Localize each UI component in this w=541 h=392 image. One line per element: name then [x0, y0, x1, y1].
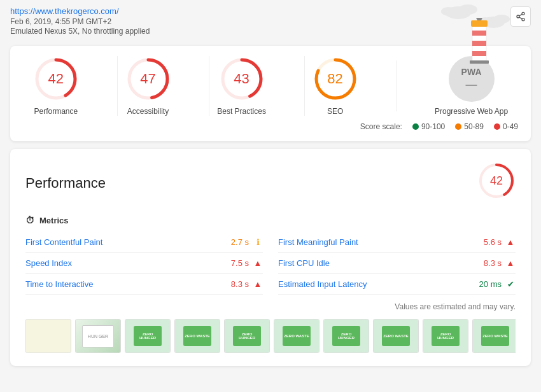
ok-icon-eil: ✔	[505, 279, 516, 289]
score-circle-accessibility: 47	[125, 56, 171, 102]
score-circle-seo: 82	[313, 56, 358, 102]
perf-score-circle: 42	[477, 162, 516, 200]
svg-point-2	[441, 7, 456, 16]
warn-icon-fmp: ▲	[505, 237, 516, 247]
metric-eil: Estimated Input Latency 20 ms ✔	[278, 274, 516, 295]
scale-dot-red	[494, 123, 500, 130]
score-best-practices[interactable]: 43 Best Practices	[209, 56, 274, 116]
info-icon: ℹ	[253, 237, 263, 247]
metric-speed-value: 7.5 s	[231, 258, 249, 268]
svg-point-1	[458, 4, 477, 15]
score-circle-performance: 42	[33, 56, 79, 102]
metrics-right-col: First Meaningful Paint 5.6 s ▲ First CPU…	[270, 232, 516, 295]
scale-orange-label: 50-89	[464, 122, 484, 131]
score-value-performance: 42	[48, 71, 64, 87]
scale-row: Score scale: 90-100 50-89 0-49	[10, 116, 531, 134]
metric-fci-name[interactable]: First CPU Idle	[278, 258, 484, 268]
metric-fmp: First Meaningful Paint 5.6 s ▲	[278, 232, 516, 253]
performance-title: Performance	[25, 175, 106, 192]
estimated-note: Values are estimated and may vary.	[25, 302, 516, 311]
performance-header: Performance 42	[25, 162, 516, 205]
svg-line-17	[519, 14, 523, 16]
timer-icon: ⏱	[25, 215, 34, 225]
svg-rect-12	[470, 60, 489, 64]
score-label-best-practices: Best Practices	[217, 107, 266, 116]
score-label-seo: SEO	[327, 107, 343, 116]
warn-icon-tti: ▲	[253, 279, 263, 289]
scores-divider	[396, 60, 397, 111]
thumb-3: ZERO HUNGER	[125, 319, 171, 353]
metrics-left-col: First Contentful Paint 2.7 s ℹ Speed Ind…	[25, 232, 270, 295]
scale-green: 90-100	[412, 122, 445, 131]
metric-fcp-name[interactable]: First Contentful Paint	[25, 237, 231, 247]
svg-rect-7	[472, 31, 486, 36]
score-circle-best-practices: 43	[219, 56, 265, 102]
lighthouse-illustration	[439, 0, 503, 64]
svg-rect-9	[472, 51, 486, 56]
metric-speed-name[interactable]: Speed Index	[25, 258, 231, 268]
warn-icon-fci: ▲	[505, 258, 516, 268]
score-accessibility[interactable]: 47 Accessibility	[117, 56, 179, 116]
thumb-1	[25, 319, 71, 353]
metrics-header: ⏱ Metrics	[25, 215, 516, 225]
thumb-7: ZERO HUNGER	[323, 319, 369, 353]
scale-dot-orange	[455, 123, 461, 130]
scale-red-label: 0-49	[503, 122, 518, 131]
score-value-accessibility: 47	[140, 71, 155, 87]
svg-rect-8	[472, 41, 486, 46]
svg-line-16	[519, 17, 523, 19]
metric-fcp: First Contentful Paint 2.7 s ℹ	[25, 232, 263, 253]
site-url[interactable]: https://www.thekrogerco.com/	[10, 6, 119, 16]
score-value-seo: 82	[327, 71, 342, 87]
metric-fci: First CPU Idle 8.3 s ▲	[278, 253, 516, 274]
score-performance[interactable]: 42 Performance	[25, 56, 87, 116]
scale-red: 0-49	[494, 122, 518, 131]
metrics-grid: First Contentful Paint 2.7 s ℹ Speed Ind…	[25, 232, 516, 295]
scale-dot-green	[412, 123, 419, 130]
thumb-6: ZERO WASTE	[274, 319, 320, 353]
metric-eil-value: 20 ms	[479, 279, 502, 289]
score-seo[interactable]: 82 SEO	[304, 56, 366, 116]
score-value-best-practices: 43	[234, 71, 249, 87]
svg-point-15	[522, 18, 524, 21]
metrics-title: Metrics	[39, 216, 69, 225]
score-label-pwa: Progressive Web App	[435, 107, 508, 116]
svg-point-4	[493, 15, 510, 24]
header: https://www.thekrogerco.com/ Feb 6, 2019…	[0, 0, 541, 41]
metric-eil-name[interactable]: Estimated Input Latency	[278, 279, 479, 289]
scale-green-label: 90-100	[421, 122, 445, 131]
metric-fcp-value: 2.7 s	[231, 237, 249, 247]
metric-fmp-name[interactable]: First Meaningful Paint	[278, 237, 484, 247]
scale-label: Score scale:	[360, 122, 402, 131]
score-label-accessibility: Accessibility	[127, 107, 169, 116]
thumb-5: ZERO HUNGER	[224, 319, 270, 353]
scale-orange: 50-89	[455, 122, 484, 131]
metric-speed-index: Speed Index 7.5 s ▲	[25, 253, 263, 274]
metrics-section: ⏱ Metrics First Contentful Paint 2.7 s ℹ…	[25, 215, 516, 295]
metric-fci-value: 8.3 s	[484, 258, 502, 268]
metric-tti-name[interactable]: Time to Interactive	[25, 279, 231, 289]
thumb-4: ZERO WASTE	[174, 319, 220, 353]
thumb-8: ZERO WASTE	[373, 319, 419, 353]
svg-point-14	[517, 15, 519, 18]
performance-section: Performance 42 ⏱ Metrics First Contentfu…	[10, 149, 531, 366]
svg-point-13	[522, 12, 524, 15]
score-label-performance: Performance	[34, 107, 78, 116]
thumb-2: HUN GER	[75, 319, 121, 353]
metric-tti-value: 8.3 s	[231, 279, 249, 289]
share-button[interactable]	[510, 6, 531, 27]
metric-fmp-value: 5.6 s	[484, 237, 502, 247]
thumb-9: ZERO HUNGER	[423, 319, 468, 353]
warn-icon-speed: ▲	[253, 258, 263, 268]
thumb-10: ZERO WASTE	[472, 319, 516, 353]
svg-rect-10	[471, 20, 488, 27]
perf-score-value: 42	[490, 174, 503, 188]
metric-tti: Time to Interactive 8.3 s ▲	[25, 274, 263, 295]
thumbnails-row: HUN GER ZERO HUNGER ZERO WASTE ZERO HUNG…	[25, 319, 516, 353]
